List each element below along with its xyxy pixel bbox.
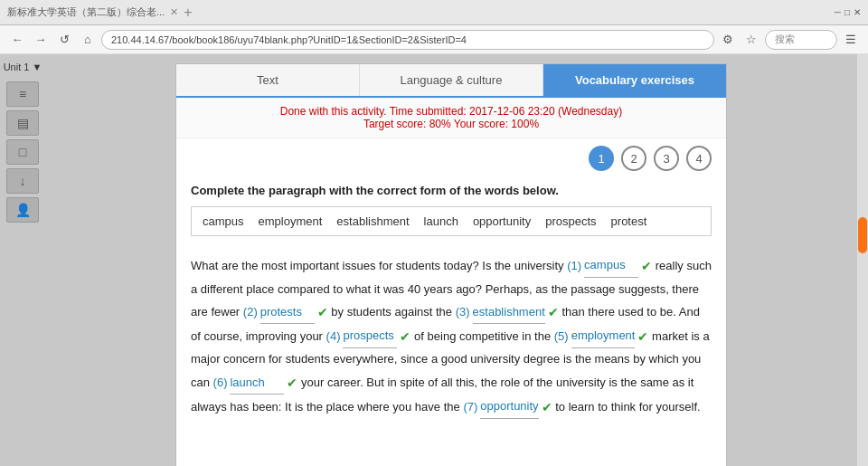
home-button[interactable]: ⌂: [78, 30, 98, 50]
blank1-answer[interactable]: campus: [584, 254, 638, 278]
address-bar[interactable]: 210.44.14.67/book/book186/uyu74blank.php…: [101, 30, 714, 50]
paragraph: What are the most important issues for s…: [176, 247, 726, 433]
blank6-num: (6): [213, 372, 228, 395]
scrollbar[interactable]: [857, 54, 868, 466]
word-opportunity: opportunity: [473, 214, 531, 228]
blank4-check: ✔: [400, 325, 410, 349]
blank3-answer[interactable]: establishment: [473, 301, 545, 325]
extensions-button[interactable]: ⚙: [718, 30, 738, 50]
search-label: 搜索: [775, 33, 795, 46]
close-button[interactable]: ✕: [854, 7, 861, 17]
blank5-answer[interactable]: employment: [571, 325, 636, 348]
sidebar-icon-download[interactable]: ↓: [6, 168, 39, 194]
exercise-tabs: Text Language & culture Vocabulary exerc…: [176, 64, 726, 98]
word-prospects: prospects: [545, 214, 596, 228]
blank2-num: (2): [243, 301, 258, 324]
para-intro: What are the most important issues for s…: [191, 259, 564, 272]
word-employment: employment: [259, 214, 323, 228]
sidebar-icon-list[interactable]: ▤: [6, 110, 39, 136]
word-launch: launch: [424, 214, 458, 228]
blank4-num: (4): [326, 326, 341, 348]
blank3-check: ✔: [548, 300, 559, 325]
scroll-thumb[interactable]: [858, 217, 867, 253]
search-bar[interactable]: 搜索: [765, 30, 837, 50]
word-bank: campus employment establishment launch o…: [191, 206, 712, 236]
circle-2[interactable]: 2: [621, 146, 646, 171]
blank5-check: ✔: [637, 325, 648, 349]
blank7-answer[interactable]: opportunity: [480, 395, 538, 419]
blank7-num: (7): [463, 396, 477, 419]
blank5-num: (5): [554, 326, 569, 348]
blank3-num: (3): [456, 301, 470, 324]
maximize-button[interactable]: □: [844, 7, 850, 17]
blank7-check: ✔: [542, 395, 552, 420]
instruction: Complete the paragraph with the correct …: [176, 178, 726, 206]
forward-button[interactable]: →: [31, 30, 51, 50]
circle-3[interactable]: 3: [654, 146, 679, 171]
status-bar: Done with this activity. Time submitted:…: [176, 98, 726, 138]
word-establishment: establishment: [336, 214, 409, 228]
minimize-button[interactable]: ─: [835, 7, 841, 17]
tab-language[interactable]: Language & culture: [360, 64, 543, 96]
sidebar-icon-menu[interactable]: ≡: [6, 81, 39, 107]
tab-vocab[interactable]: Vocabulary exercises: [543, 64, 726, 96]
blank6-answer[interactable]: launch: [230, 372, 284, 395]
new-tab-button[interactable]: +: [184, 5, 192, 21]
blank2-check: ✔: [317, 300, 328, 325]
done-text: Done with this activity. Time submitted:…: [184, 105, 719, 118]
tab-text[interactable]: Text: [176, 64, 360, 96]
sidebar-icon-box[interactable]: □: [6, 139, 39, 165]
para-text2: by students against the: [331, 305, 452, 319]
blank1-check: ✔: [641, 254, 652, 279]
blank4-answer[interactable]: prospects: [343, 325, 397, 348]
unit-label[interactable]: Unit 1 ▼: [4, 62, 42, 72]
blank2-answer[interactable]: protests: [260, 301, 315, 325]
sidebar-icon-user[interactable]: 👤: [6, 197, 39, 223]
para-text7: to learn to think for yourself.: [555, 400, 700, 414]
word-protest: protest: [611, 214, 647, 228]
word-campus: campus: [203, 214, 244, 228]
menu-button[interactable]: ☰: [841, 30, 861, 50]
tab-title: 新标准大学英语（第二版）综合老...: [7, 5, 165, 19]
tab-close[interactable]: ✕: [170, 6, 178, 18]
blank1-num: (1): [567, 255, 581, 278]
bookmark-button[interactable]: ☆: [741, 30, 761, 50]
score-text: Target score: 80% Your score: 100%: [184, 118, 719, 130]
circle-1[interactable]: 1: [589, 146, 614, 171]
back-button[interactable]: ←: [7, 30, 27, 50]
refresh-button[interactable]: ↺: [54, 30, 74, 50]
circle-4[interactable]: 4: [686, 146, 712, 171]
para-text4: of being competitive in the: [414, 329, 551, 343]
blank6-check: ✔: [287, 371, 297, 395]
number-circles: 1 2 3 4: [176, 138, 726, 178]
